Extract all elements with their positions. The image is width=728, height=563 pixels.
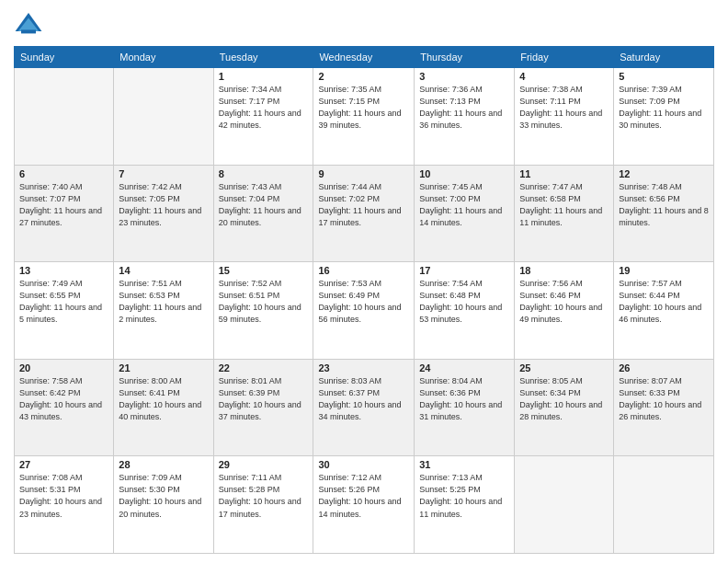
day-number: 27 (19, 459, 108, 470)
day-number: 9 (318, 168, 409, 179)
day-info: Sunrise: 7:54 AMSunset: 6:48 PMDaylight:… (419, 278, 509, 326)
day-number: 18 (519, 265, 609, 276)
calendar-cell: 31Sunrise: 7:13 AMSunset: 5:25 PMDayligh… (415, 456, 515, 554)
day-number: 8 (219, 168, 309, 179)
day-number: 4 (519, 71, 609, 82)
day-info: Sunrise: 7:34 AMSunset: 7:17 PMDaylight:… (219, 84, 309, 132)
week-row-5: 27Sunrise: 7:08 AMSunset: 5:31 PMDayligh… (15, 456, 714, 554)
calendar-cell: 23Sunrise: 8:03 AMSunset: 6:37 PMDayligh… (313, 359, 415, 456)
day-number: 13 (19, 265, 108, 276)
day-number: 28 (119, 459, 208, 470)
day-number: 31 (419, 459, 509, 470)
day-info: Sunrise: 8:04 AMSunset: 6:36 PMDaylight:… (419, 375, 509, 423)
day-info: Sunrise: 7:12 AMSunset: 5:26 PMDaylight:… (318, 472, 409, 520)
calendar-cell: 13Sunrise: 7:49 AMSunset: 6:55 PMDayligh… (15, 262, 114, 360)
day-info: Sunrise: 7:36 AMSunset: 7:13 PMDaylight:… (419, 84, 509, 132)
logo-icon (14, 9, 43, 39)
day-info: Sunrise: 8:07 AMSunset: 6:33 PMDaylight:… (619, 375, 709, 423)
day-number: 16 (318, 265, 409, 276)
calendar-cell: 20Sunrise: 7:58 AMSunset: 6:42 PMDayligh… (15, 359, 114, 456)
week-row-4: 20Sunrise: 7:58 AMSunset: 6:42 PMDayligh… (15, 359, 714, 456)
weekday-monday: Monday (114, 47, 213, 68)
day-number: 25 (519, 362, 609, 373)
calendar-cell: 18Sunrise: 7:56 AMSunset: 6:46 PMDayligh… (515, 262, 614, 360)
header (14, 9, 714, 39)
calendar-cell (614, 456, 714, 554)
day-info: Sunrise: 7:38 AMSunset: 7:11 PMDaylight:… (519, 84, 609, 132)
day-info: Sunrise: 7:42 AMSunset: 7:05 PMDaylight:… (119, 181, 208, 229)
calendar-cell: 3Sunrise: 7:36 AMSunset: 7:13 PMDaylight… (415, 68, 515, 166)
day-number: 26 (619, 362, 709, 373)
day-number: 15 (219, 265, 309, 276)
day-info: Sunrise: 7:11 AMSunset: 5:28 PMDaylight:… (219, 472, 309, 520)
day-number: 23 (318, 362, 409, 373)
calendar-cell: 17Sunrise: 7:54 AMSunset: 6:48 PMDayligh… (415, 262, 515, 360)
day-info: Sunrise: 8:01 AMSunset: 6:39 PMDaylight:… (219, 375, 309, 423)
day-number: 12 (619, 168, 709, 179)
day-info: Sunrise: 8:00 AMSunset: 6:41 PMDaylight:… (119, 375, 208, 423)
day-number: 5 (619, 71, 709, 82)
calendar: SundayMondayTuesdayWednesdayThursdayFrid… (14, 46, 714, 554)
day-info: Sunrise: 7:53 AMSunset: 6:49 PMDaylight:… (318, 278, 409, 326)
day-info: Sunrise: 7:39 AMSunset: 7:09 PMDaylight:… (619, 84, 709, 132)
day-info: Sunrise: 7:44 AMSunset: 7:02 PMDaylight:… (318, 181, 409, 229)
weekday-tuesday: Tuesday (213, 47, 313, 68)
day-number: 11 (519, 168, 609, 179)
calendar-cell: 16Sunrise: 7:53 AMSunset: 6:49 PMDayligh… (313, 262, 415, 360)
calendar-cell: 27Sunrise: 7:08 AMSunset: 5:31 PMDayligh… (15, 456, 114, 554)
day-info: Sunrise: 7:58 AMSunset: 6:42 PMDaylight:… (19, 375, 108, 423)
day-info: Sunrise: 7:52 AMSunset: 6:51 PMDaylight:… (219, 278, 309, 326)
calendar-cell: 5Sunrise: 7:39 AMSunset: 7:09 PMDaylight… (614, 68, 714, 166)
day-info: Sunrise: 8:05 AMSunset: 6:34 PMDaylight:… (519, 375, 609, 423)
calendar-cell: 19Sunrise: 7:57 AMSunset: 6:44 PMDayligh… (614, 262, 714, 360)
page: SundayMondayTuesdayWednesdayThursdayFrid… (0, 0, 728, 563)
day-info: Sunrise: 7:40 AMSunset: 7:07 PMDaylight:… (19, 181, 108, 229)
calendar-cell: 24Sunrise: 8:04 AMSunset: 6:36 PMDayligh… (415, 359, 515, 456)
calendar-cell (114, 68, 213, 166)
day-number: 10 (419, 168, 509, 179)
day-number: 17 (419, 265, 509, 276)
week-row-1: 1Sunrise: 7:34 AMSunset: 7:17 PMDaylight… (15, 68, 714, 166)
week-row-2: 6Sunrise: 7:40 AMSunset: 7:07 PMDaylight… (15, 165, 714, 262)
day-number: 30 (318, 459, 409, 470)
calendar-cell: 9Sunrise: 7:44 AMSunset: 7:02 PMDaylight… (313, 165, 415, 262)
day-info: Sunrise: 8:03 AMSunset: 6:37 PMDaylight:… (318, 375, 409, 423)
day-info: Sunrise: 7:43 AMSunset: 7:04 PMDaylight:… (219, 181, 309, 229)
day-number: 19 (619, 265, 709, 276)
calendar-cell: 10Sunrise: 7:45 AMSunset: 7:00 PMDayligh… (415, 165, 515, 262)
weekday-saturday: Saturday (614, 47, 714, 68)
weekday-thursday: Thursday (415, 47, 515, 68)
day-info: Sunrise: 7:47 AMSunset: 6:58 PMDaylight:… (519, 181, 609, 229)
day-info: Sunrise: 7:49 AMSunset: 6:55 PMDaylight:… (19, 278, 108, 326)
calendar-cell: 14Sunrise: 7:51 AMSunset: 6:53 PMDayligh… (114, 262, 213, 360)
calendar-cell: 29Sunrise: 7:11 AMSunset: 5:28 PMDayligh… (213, 456, 313, 554)
calendar-cell (515, 456, 614, 554)
day-info: Sunrise: 7:13 AMSunset: 5:25 PMDaylight:… (419, 472, 509, 520)
calendar-cell: 7Sunrise: 7:42 AMSunset: 7:05 PMDaylight… (114, 165, 213, 262)
week-row-3: 13Sunrise: 7:49 AMSunset: 6:55 PMDayligh… (15, 262, 714, 360)
day-info: Sunrise: 7:51 AMSunset: 6:53 PMDaylight:… (119, 278, 208, 326)
calendar-cell: 15Sunrise: 7:52 AMSunset: 6:51 PMDayligh… (213, 262, 313, 360)
weekday-wednesday: Wednesday (313, 47, 415, 68)
day-info: Sunrise: 7:35 AMSunset: 7:15 PMDaylight:… (318, 84, 409, 132)
day-number: 1 (219, 71, 309, 82)
calendar-cell: 1Sunrise: 7:34 AMSunset: 7:17 PMDaylight… (213, 68, 313, 166)
day-info: Sunrise: 7:45 AMSunset: 7:00 PMDaylight:… (419, 181, 509, 229)
day-number: 14 (119, 265, 208, 276)
calendar-cell: 30Sunrise: 7:12 AMSunset: 5:26 PMDayligh… (313, 456, 415, 554)
calendar-cell: 4Sunrise: 7:38 AMSunset: 7:11 PMDaylight… (515, 68, 614, 166)
day-number: 29 (219, 459, 309, 470)
calendar-cell: 22Sunrise: 8:01 AMSunset: 6:39 PMDayligh… (213, 359, 313, 456)
svg-rect-2 (21, 29, 36, 33)
day-number: 20 (19, 362, 108, 373)
day-number: 6 (19, 168, 108, 179)
calendar-cell (15, 68, 114, 166)
calendar-cell: 8Sunrise: 7:43 AMSunset: 7:04 PMDaylight… (213, 165, 313, 262)
calendar-cell: 26Sunrise: 8:07 AMSunset: 6:33 PMDayligh… (614, 359, 714, 456)
weekday-header-row: SundayMondayTuesdayWednesdayThursdayFrid… (15, 47, 714, 68)
calendar-cell: 2Sunrise: 7:35 AMSunset: 7:15 PMDaylight… (313, 68, 415, 166)
calendar-cell: 6Sunrise: 7:40 AMSunset: 7:07 PMDaylight… (15, 165, 114, 262)
logo (14, 9, 47, 39)
day-info: Sunrise: 7:09 AMSunset: 5:30 PMDaylight:… (119, 472, 208, 520)
day-number: 7 (119, 168, 208, 179)
